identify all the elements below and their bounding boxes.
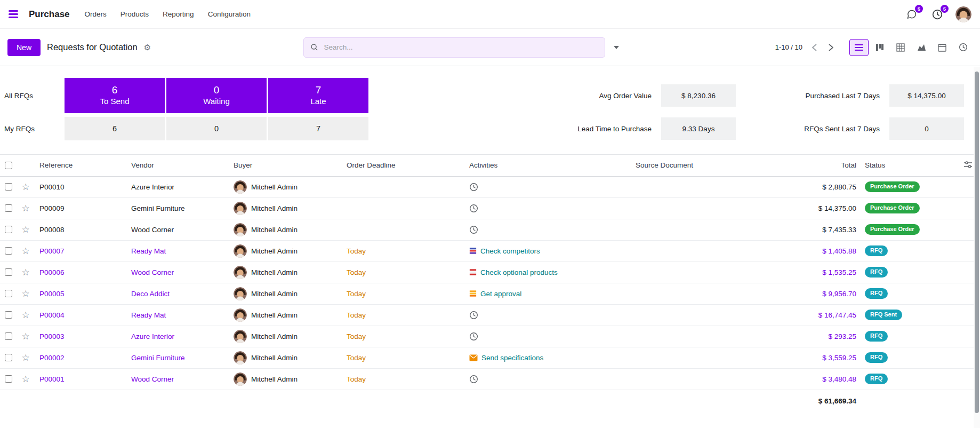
new-button[interactable]: New: [7, 39, 41, 56]
messages-button[interactable]: 5: [904, 7, 919, 22]
row-checkbox[interactable]: [5, 354, 12, 361]
graph-view-button[interactable]: [912, 39, 931, 56]
tile-late[interactable]: 7Late: [268, 78, 368, 113]
cell-reference[interactable]: P00004: [35, 304, 127, 326]
cell-buyer[interactable]: Mitchell Admin: [229, 240, 342, 261]
activity-list-yellow-icon[interactable]: [469, 290, 477, 297]
row-checkbox[interactable]: [5, 183, 12, 191]
tile-to-send[interactable]: 6To Send: [65, 78, 165, 113]
row-checkbox[interactable]: [5, 290, 12, 297]
activity-clock-icon[interactable]: [469, 183, 478, 192]
cell-vendor[interactable]: Ready Mat: [127, 304, 229, 326]
table-row[interactable]: ☆P00005Deco AddictMitchell AdminTodayGet…: [0, 283, 980, 304]
activity-flag-red-icon[interactable]: [469, 268, 477, 276]
cell-reference[interactable]: P00010: [35, 176, 127, 197]
header-order-deadline[interactable]: Order Deadline: [342, 155, 465, 176]
header-buyer[interactable]: Buyer: [229, 155, 342, 176]
cell-order-deadline[interactable]: Today: [342, 283, 465, 304]
row-checkbox[interactable]: [5, 204, 12, 212]
cell-vendor[interactable]: Deco Addict: [127, 283, 229, 304]
cell-reference[interactable]: P00005: [35, 283, 127, 304]
search-input[interactable]: [323, 43, 598, 52]
favorite-star-icon[interactable]: ☆: [21, 225, 29, 235]
activity-envelope-orange-icon[interactable]: [469, 354, 478, 361]
nav-menu-configuration[interactable]: Configuration: [208, 10, 251, 18]
table-row[interactable]: ☆P00006Wood CornerMitchell AdminTodayChe…: [0, 261, 980, 283]
cell-buyer[interactable]: Mitchell Admin: [229, 347, 342, 368]
activities-button[interactable]: 5: [930, 7, 945, 22]
row-checkbox[interactable]: [5, 332, 12, 340]
tile-my-to-send[interactable]: 6: [65, 117, 165, 140]
tile-my-waiting[interactable]: 0: [166, 117, 267, 140]
scrollbar-thumb[interactable]: [975, 72, 979, 413]
table-row[interactable]: ☆P00007Ready MatMitchell AdminTodayCheck…: [0, 240, 980, 261]
cell-reference[interactable]: P00001: [35, 368, 127, 390]
stat-value-purchased-last-7-days[interactable]: $ 14,375.00: [889, 84, 964, 107]
cell-order-deadline[interactable]: Today: [342, 326, 465, 347]
cell-vendor[interactable]: Azure Interior: [127, 326, 229, 347]
vertical-scrollbar[interactable]: [974, 67, 980, 428]
favorite-star-icon[interactable]: ☆: [21, 331, 29, 342]
row-checkbox[interactable]: [5, 247, 12, 255]
table-row[interactable]: ☆P00003Azure InteriorMitchell AdminToday…: [0, 326, 980, 347]
header-activities[interactable]: Activities: [465, 155, 631, 176]
table-row[interactable]: ☆P00008Wood CornerMitchell Admin$ 7,435.…: [0, 219, 980, 240]
header-total[interactable]: Total: [791, 155, 861, 176]
cell-vendor[interactable]: Wood Corner: [127, 368, 229, 390]
tile-my-late[interactable]: 7: [268, 117, 368, 140]
cell-order-deadline[interactable]: Today: [342, 347, 465, 368]
favorite-star-icon[interactable]: ☆: [21, 182, 29, 192]
row-checkbox[interactable]: [5, 226, 12, 233]
cell-order-deadline[interactable]: Today: [342, 240, 465, 261]
stat-value-rfqs-sent-last-7-days[interactable]: 0: [889, 117, 964, 140]
cell-reference[interactable]: P00009: [35, 197, 127, 219]
cell-buyer[interactable]: Mitchell Admin: [229, 368, 342, 390]
row-checkbox[interactable]: [5, 375, 12, 383]
cell-reference[interactable]: P00008: [35, 219, 127, 240]
search-dropdown-toggle[interactable]: [611, 43, 622, 52]
activity-link[interactable]: Send specifications: [481, 354, 543, 362]
pivot-view-button[interactable]: [891, 39, 910, 56]
cell-buyer[interactable]: Mitchell Admin: [229, 283, 342, 304]
cell-vendor[interactable]: Gemini Furniture: [127, 197, 229, 219]
apps-menu-button[interactable]: [6, 7, 20, 21]
nav-menu-products[interactable]: Products: [121, 10, 149, 18]
activity-clock-icon[interactable]: [469, 375, 478, 384]
cell-reference[interactable]: P00007: [35, 240, 127, 261]
user-avatar[interactable]: [955, 6, 971, 22]
cell-buyer[interactable]: Mitchell Admin: [229, 261, 342, 283]
cell-order-deadline[interactable]: Today: [342, 368, 465, 390]
pager-previous-button[interactable]: [809, 42, 820, 53]
cell-vendor[interactable]: Gemini Furniture: [127, 347, 229, 368]
cell-order-deadline[interactable]: [342, 197, 465, 219]
row-checkbox[interactable]: [5, 311, 12, 319]
cell-buyer[interactable]: Mitchell Admin: [229, 304, 342, 326]
activity-clock-icon[interactable]: [469, 225, 478, 234]
activity-link[interactable]: Check competitors: [480, 247, 540, 255]
activity-clock-icon[interactable]: [469, 204, 478, 213]
activity-clock-icon[interactable]: [469, 332, 478, 341]
kanban-view-button[interactable]: [870, 39, 889, 56]
stat-value-lead-time-to-purchase[interactable]: 9.33 Days: [661, 117, 736, 140]
table-row[interactable]: ☆P00002Gemini FurnitureMitchell AdminTod…: [0, 347, 980, 368]
cell-order-deadline[interactable]: [342, 219, 465, 240]
optional-columns-icon[interactable]: [963, 161, 973, 169]
nav-menu-reporting[interactable]: Reporting: [163, 10, 194, 18]
favorite-star-icon[interactable]: ☆: [21, 267, 29, 278]
favorite-star-icon[interactable]: ☆: [21, 203, 29, 213]
favorite-star-icon[interactable]: ☆: [21, 374, 29, 384]
row-checkbox[interactable]: [5, 268, 12, 276]
cell-reference[interactable]: P00002: [35, 347, 127, 368]
cell-buyer[interactable]: Mitchell Admin: [229, 176, 342, 197]
table-row[interactable]: ☆P00009Gemini FurnitureMitchell Admin$ 1…: [0, 197, 980, 219]
calendar-view-button[interactable]: [933, 39, 952, 56]
cell-buyer[interactable]: Mitchell Admin: [229, 219, 342, 240]
activity-link[interactable]: Check optional products: [480, 268, 558, 276]
cell-reference[interactable]: P00006: [35, 261, 127, 283]
favorite-star-icon[interactable]: ☆: [21, 353, 29, 363]
cell-vendor[interactable]: Wood Corner: [127, 219, 229, 240]
favorite-star-icon[interactable]: ☆: [21, 310, 29, 320]
activity-clock-icon[interactable]: [469, 311, 478, 320]
stat-value-avg-order-value[interactable]: $ 8,230.36: [661, 84, 736, 107]
header-source-document[interactable]: Source Document: [631, 155, 791, 176]
